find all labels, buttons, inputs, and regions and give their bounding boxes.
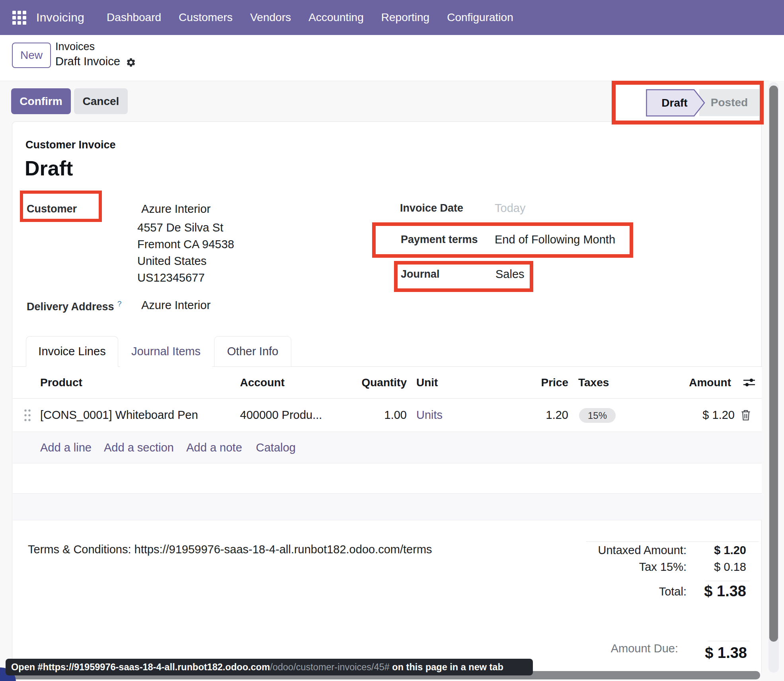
cell-quantity[interactable]: 1.00 — [384, 399, 407, 432]
apps-grid-icon[interactable] — [12, 11, 26, 25]
breadcrumb: Invoices Draft Invoice — [55, 40, 136, 68]
tax-value: $ 0.18 — [714, 561, 746, 573]
new-button[interactable]: New — [12, 43, 51, 68]
payment-terms-label: Payment terms — [401, 234, 478, 245]
cell-unit[interactable]: Units — [416, 399, 443, 432]
tab-invoice-lines[interactable]: Invoice Lines — [26, 336, 118, 367]
column-price: Price — [541, 367, 569, 398]
cell-account[interactable]: 400000 Produ... — [240, 399, 322, 432]
cancel-button[interactable]: Cancel — [74, 88, 128, 114]
vertical-scrollbar-thumb[interactable] — [769, 86, 778, 642]
action-band-border — [0, 81, 769, 81]
cell-price[interactable]: 1.20 — [546, 399, 568, 432]
catalog-link[interactable]: Catalog — [256, 432, 296, 463]
nav-item-accounting[interactable]: Accounting — [300, 0, 372, 35]
add-a-line-link[interactable]: Add a line — [40, 432, 92, 463]
app-brand[interactable]: Invoicing — [36, 11, 84, 24]
status-draft[interactable]: Draft — [646, 89, 705, 117]
tab-other-info[interactable]: Other Info — [214, 336, 291, 367]
tax-label: Tax 15%: — [639, 561, 686, 573]
nav-item-customers[interactable]: Customers — [170, 0, 241, 35]
journal-value[interactable]: Sales — [495, 269, 525, 280]
status-posted[interactable]: Posted — [699, 89, 759, 116]
address-line: Fremont CA 94538 — [137, 236, 234, 253]
gear-icon[interactable] — [126, 57, 136, 68]
nav-item-configuration[interactable]: Configuration — [438, 0, 522, 35]
customer-label: Customer — [27, 204, 77, 214]
optional-columns-icon[interactable] — [743, 367, 755, 398]
tooltip-suffix: on this page in a new tab — [390, 662, 503, 673]
address-line: 4557 De Silva St — [137, 219, 234, 236]
amount-due-label: Amount Due: — [611, 643, 678, 654]
help-question-icon: ? — [117, 300, 122, 308]
breadcrumb-parent[interactable]: Invoices — [55, 40, 136, 53]
address-line: United States — [137, 253, 234, 269]
tooltip-url-prefix: Open #https://91959976-saas-18-4-all.run… — [11, 662, 270, 673]
add-line-row: Add a line Add a section Add a note Cata… — [13, 432, 762, 463]
journal-label: Journal — [401, 269, 440, 280]
odoo-invoicing-app: Invoicing Dashboard Customers Vendors Ac… — [0, 0, 784, 681]
add-a-note-link[interactable]: Add a note — [186, 432, 242, 463]
document-type-label: Customer Invoice — [25, 139, 116, 151]
amount-due-value: $ 1.38 — [705, 645, 747, 660]
column-account: Account — [240, 367, 285, 398]
tax-badge[interactable]: 15% — [579, 408, 616, 423]
delivery-address-label-text: Delivery Address — [27, 301, 114, 313]
empty-table-row — [13, 494, 762, 520]
confirm-button[interactable]: Confirm — [11, 88, 71, 114]
cell-product[interactable]: [CONS_0001] Whiteboard Pen — [40, 399, 198, 432]
delivery-address-label: Delivery Address? — [27, 300, 121, 312]
untaxed-amount-label: Untaxed Amount: — [598, 545, 686, 556]
invoice-date-label: Invoice Date — [400, 203, 463, 214]
column-product: Product — [40, 367, 82, 398]
tooltip-url-path: /odoo/customer-invoices/45# — [270, 662, 389, 673]
drag-handle-icon[interactable] — [23, 399, 32, 432]
payment-terms-value[interactable]: End of Following Month — [495, 234, 615, 245]
status-draft-label: Draft — [650, 89, 699, 117]
customer-value[interactable]: Azure Interior — [141, 203, 211, 215]
address-line: US12345677 — [137, 269, 234, 286]
breadcrumb-current-row: Draft Invoice — [55, 54, 136, 68]
invoice-line-row: [CONS_0001] Whiteboard Pen 400000 Produ.… — [13, 399, 762, 432]
invoice-form-sheet: Customer Invoice Draft Customer Azure In… — [12, 121, 762, 673]
total-value: $ 1.38 — [704, 584, 746, 599]
nav-item-reporting[interactable]: Reporting — [372, 0, 438, 35]
link-status-tooltip: Open #https://91959976-saas-18-4-all.run… — [6, 659, 533, 675]
untaxed-amount-value: $ 1.20 — [714, 545, 746, 556]
delete-row-icon[interactable] — [740, 399, 751, 432]
total-separator — [706, 581, 749, 581]
nav-item-dashboard[interactable]: Dashboard — [98, 0, 170, 35]
invoice-lines-header: Product Account Quantity Unit Price Taxe… — [13, 367, 762, 399]
column-unit: Unit — [416, 367, 438, 398]
customer-address: 4557 De Silva St Fremont CA 94538 United… — [137, 219, 234, 286]
delivery-address-value[interactable]: Azure Interior — [141, 300, 211, 311]
statusbar: Posted Draft — [616, 85, 759, 121]
cell-amount[interactable]: $ 1.20 — [702, 399, 735, 432]
document-state-heading: Draft — [25, 158, 73, 179]
column-amount: Amount — [689, 367, 731, 398]
amount-due-separator — [708, 641, 749, 641]
terms-and-conditions: Terms & Conditions: https://91959976-saa… — [28, 543, 432, 556]
column-taxes: Taxes — [578, 367, 609, 398]
top-navbar: Invoicing Dashboard Customers Vendors Ac… — [0, 0, 784, 35]
total-label: Total: — [659, 586, 686, 597]
navbar-menu: Dashboard Customers Vendors Accounting R… — [98, 0, 522, 35]
totals-separator — [586, 541, 759, 542]
column-quantity: Quantity — [361, 367, 407, 398]
add-a-section-link[interactable]: Add a section — [104, 432, 174, 463]
breadcrumb-current: Draft Invoice — [55, 54, 120, 68]
breadcrumb-band: New Invoices Draft Invoice — [0, 35, 784, 81]
invoice-date-input[interactable]: Today — [495, 202, 525, 214]
nav-item-vendors[interactable]: Vendors — [241, 0, 300, 35]
empty-table-row — [13, 463, 762, 494]
tab-journal-items[interactable]: Journal Items — [120, 336, 212, 367]
